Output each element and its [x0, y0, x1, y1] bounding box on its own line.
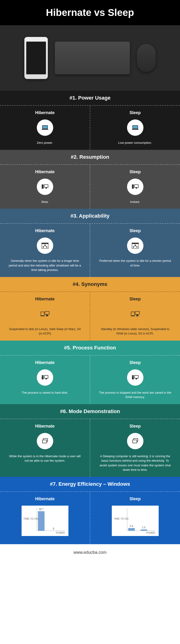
svg-point-45 [42, 376, 43, 376]
svg-rect-2 [42, 129, 48, 130]
hierarchy-icon [37, 238, 53, 254]
devices-icon [37, 306, 53, 322]
phone-graphic [24, 37, 48, 79]
svg-rect-27 [136, 246, 138, 248]
svg-rect-4 [133, 126, 138, 128]
chart-xlabel: POWER [146, 532, 155, 534]
sleep-col: Sleep The process is stopped and the wor… [90, 356, 180, 404]
bar-power: 1.5 [141, 530, 147, 531]
page-title: Hibernate vs Sleep [0, 0, 180, 25]
section-resumption: #2. Resumption Hibernate Slow. Sleep Ins… [0, 150, 180, 209]
section-mode-demonstration: #6. Mode Demonstration Hibernate While t… [0, 404, 180, 477]
screens-icon [127, 433, 143, 449]
hibernate-text: Generally when the system is idle for a … [5, 258, 85, 272]
svg-rect-39 [131, 312, 134, 315]
hibernate-text: Zero power. [5, 140, 85, 145]
hibernate-label: Hibernate [5, 110, 85, 115]
hierarchy-icon [127, 238, 143, 254]
svg-rect-1 [43, 126, 47, 128]
sleep-col: Sleep TIME TO ON 2.9 1.5 POWER [90, 492, 180, 544]
desktop-icon [127, 178, 143, 195]
svg-rect-18 [46, 246, 47, 248]
sleep-label: Sleep [95, 424, 175, 429]
hibernate-text: Suspended to disk (in Linux), Safe Seep … [5, 327, 85, 336]
svg-rect-43 [136, 316, 139, 316]
svg-rect-53 [136, 378, 137, 380]
footer-url: www.educba.com [0, 544, 180, 561]
svg-rect-16 [44, 245, 46, 246]
sleep-label: Sleep [95, 360, 175, 365]
sleep-chart: TIME TO ON 2.9 1.5 POWER [112, 506, 159, 536]
svg-rect-17 [43, 246, 44, 248]
section-title: #3. Applicability [0, 209, 180, 224]
section-title: #7. Energy Efficiency – Windows [0, 477, 180, 492]
hibernate-label: Hibernate [5, 297, 85, 302]
sleep-col: Sleep Preferred when the system is idle … [90, 224, 180, 277]
svg-rect-24 [132, 243, 139, 244]
svg-rect-37 [45, 316, 49, 316]
sleep-label: Sleep [95, 170, 175, 174]
section-applicability: #3. Applicability Hibernate Generally wh… [0, 209, 180, 277]
laptop-icon [127, 120, 143, 136]
sleep-label: Sleep [95, 496, 175, 502]
svg-rect-35 [45, 312, 49, 314]
keyboard-graphic [55, 42, 130, 74]
svg-point-50 [132, 376, 133, 376]
sleep-text: Standby (in Windows older version), Susp… [95, 327, 175, 336]
hibernate-col: Hibernate Generally when the system is i… [0, 224, 90, 277]
section-process-function: #5. Process Function Hibernate The proce… [0, 340, 180, 404]
hibernate-label: Hibernate [5, 360, 85, 365]
svg-rect-47 [45, 376, 48, 378]
svg-rect-49 [132, 375, 134, 380]
hibernate-text: Slow. [5, 200, 85, 204]
svg-rect-57 [43, 440, 46, 443]
hibernate-col: Hibernate The process is saved to hard-d… [0, 356, 90, 404]
section-title: #1. Power Usage [0, 91, 180, 106]
svg-rect-42 [136, 315, 138, 316]
sleep-label: Sleep [95, 297, 175, 302]
svg-rect-6 [42, 184, 44, 189]
svg-rect-48 [45, 378, 47, 380]
svg-rect-52 [135, 376, 138, 378]
sleep-col: Sleep A Sleeping computer is still worki… [90, 419, 180, 477]
svg-rect-9 [45, 188, 47, 189]
laptop-icon [37, 120, 53, 136]
hibernate-chart: TIME TO ON 20.7 0 POWER [22, 506, 68, 536]
sleep-text: The process is stopped and the work are … [95, 390, 175, 400]
bar-time: 2.9 [128, 528, 135, 531]
desktop-icon [37, 369, 53, 386]
svg-rect-26 [133, 246, 134, 248]
hibernate-col: Hibernate Slow. [0, 165, 90, 209]
svg-rect-25 [135, 245, 136, 246]
desktop-icon [37, 178, 53, 195]
desktop-icon [127, 369, 143, 386]
hibernate-col: Hibernate While the system is in the Hib… [0, 419, 90, 477]
section-power-usage: #1. Power Usage Hibernate Zero power. Sl… [0, 91, 180, 150]
section-synonyms: #4. Synonyms Hibernate Suspended to disk… [0, 277, 180, 340]
sleep-text: Instant. [95, 200, 175, 204]
hibernate-col: Hibernate Zero power. [0, 106, 90, 150]
hero-image [0, 25, 180, 91]
hibernate-label: Hibernate [5, 228, 85, 233]
svg-rect-12 [135, 185, 138, 187]
mouse-graphic [137, 44, 156, 72]
section-title: #2. Resumption [0, 150, 180, 165]
svg-rect-36 [46, 315, 48, 316]
hibernate-label: Hibernate [5, 170, 85, 174]
section-energy-efficiency: #7. Energy Efficiency – Windows Hibernat… [0, 477, 180, 544]
section-title: #6. Mode Demonstration [0, 404, 180, 419]
svg-rect-10 [132, 184, 134, 189]
sleep-text: A Sleeping computer is still working; it… [95, 454, 175, 472]
hibernate-label: Hibernate [5, 424, 85, 429]
svg-rect-41 [135, 312, 139, 314]
svg-rect-5 [132, 129, 139, 130]
sleep-label: Sleep [95, 110, 175, 115]
screens-icon [37, 433, 53, 449]
hibernate-col: Hibernate Suspended to disk (in Linux), … [0, 292, 90, 340]
sleep-col: Sleep Low power consumption. [90, 106, 180, 150]
chart-xlabel: POWER [56, 532, 65, 534]
bar-time: 20.7 [38, 511, 45, 531]
devices-icon [127, 306, 143, 322]
sleep-text: Preferred when the system is idle for a … [95, 258, 175, 268]
svg-rect-61 [133, 440, 137, 443]
